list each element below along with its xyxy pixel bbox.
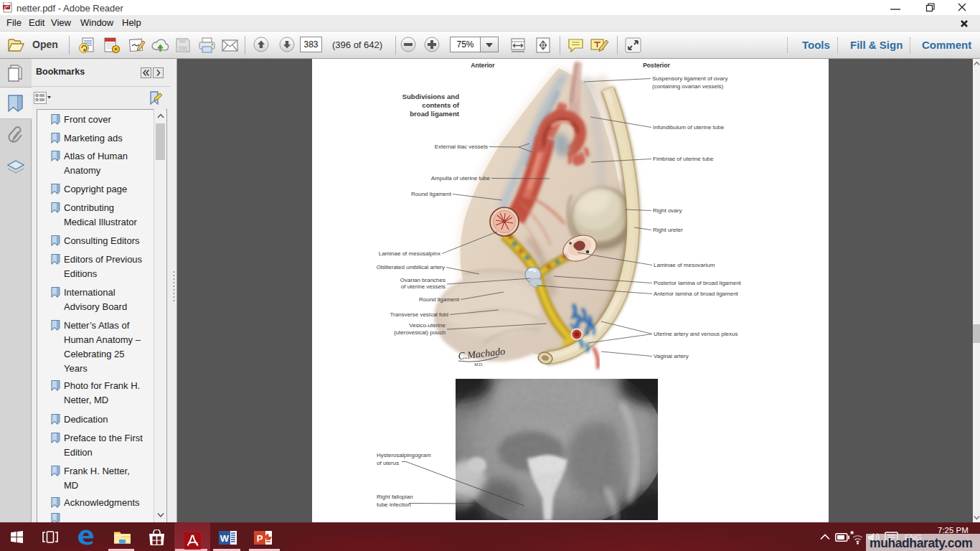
- svg-text:Anterior lamina of broad ligam: Anterior lamina of broad ligament: [654, 291, 739, 297]
- svg-text:Vaginal artery: Vaginal artery: [654, 353, 689, 359]
- svg-text:Anterior: Anterior: [471, 62, 495, 69]
- svg-text:W: W: [220, 533, 230, 544]
- svg-text:of uterine vessels: of uterine vessels: [401, 283, 446, 290]
- svg-text:Ampulla of uterine tube: Ampulla of uterine tube: [431, 175, 491, 182]
- svg-text:Transverse vesical fold: Transverse vesical fold: [390, 311, 448, 318]
- svg-text:Infundibulum of uterine tube: Infundibulum of uterine tube: [653, 124, 725, 131]
- svg-text:External iliac vessels: External iliac vessels: [435, 143, 488, 150]
- svg-text:Round ligament: Round ligament: [419, 296, 460, 303]
- svg-text:broad ligament: broad ligament: [410, 110, 460, 118]
- svg-text:Round ligament: Round ligament: [411, 191, 452, 197]
- svg-text:Subdivisions and: Subdivisions and: [402, 93, 460, 100]
- svg-text:Laminae of mesosalpinx: Laminae of mesosalpinx: [379, 250, 440, 257]
- svg-text:M.D.: M.D.: [473, 362, 483, 367]
- svg-text:Vesico-uterine: Vesico-uterine: [409, 322, 446, 329]
- svg-text:Obliterated umbilical artery: Obliterated umbilical artery: [377, 264, 445, 270]
- svg-text:contents of: contents of: [422, 101, 460, 109]
- svg-text:Laminae of mesovarium: Laminae of mesovarium: [654, 262, 715, 268]
- svg-text:P: P: [257, 533, 263, 544]
- svg-text:Ovarian branches: Ovarian branches: [400, 277, 446, 283]
- svg-text:of uterus: of uterus: [377, 460, 399, 466]
- svg-text:Fimbriae of uterine tube: Fimbriae of uterine tube: [653, 156, 714, 162]
- svg-text:Right fallopian: Right fallopian: [377, 494, 413, 500]
- svg-text:(containing ovarian vessels): (containing ovarian vessels): [652, 83, 723, 90]
- svg-text:Right ovary: Right ovary: [653, 207, 682, 214]
- svg-text:Uterine artery and venous plex: Uterine artery and venous plexus: [654, 331, 738, 337]
- svg-text:tube infection: tube infection: [377, 501, 411, 508]
- svg-text:Right ureter: Right ureter: [653, 227, 683, 233]
- svg-text:(uterovesical) pouch: (uterovesical) pouch: [394, 329, 446, 336]
- svg-text:Hysterosalpingogram: Hysterosalpingogram: [377, 452, 431, 458]
- svg-text:Posterior lamina of broad liga: Posterior lamina of broad ligament: [654, 280, 742, 286]
- svg-text:Suspensory ligament of ovary: Suspensory ligament of ovary: [652, 75, 727, 82]
- svg-text:Posterior: Posterior: [643, 62, 670, 69]
